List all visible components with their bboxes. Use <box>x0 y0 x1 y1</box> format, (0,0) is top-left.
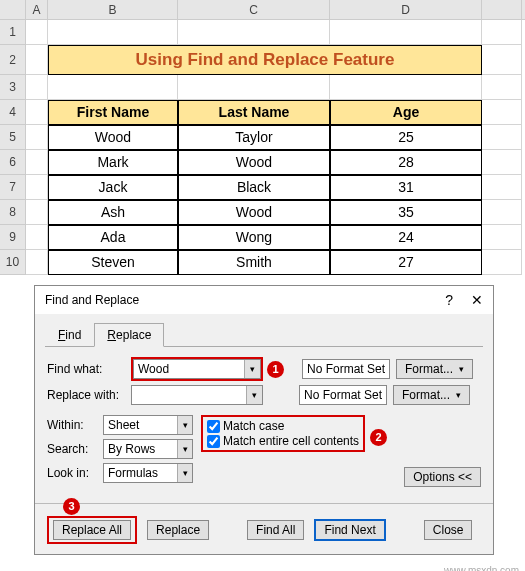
help-icon[interactable]: ? <box>445 292 453 308</box>
dialog-title: Find and Replace <box>45 293 139 307</box>
find-next-button[interactable]: Find Next <box>314 519 385 541</box>
row-7: 7 Jack Black 31 <box>0 175 525 200</box>
row-10: 10 Steven Smith 27 <box>0 250 525 275</box>
row-header[interactable]: 8 <box>0 200 26 225</box>
column-header-row: A B C D <box>0 0 525 20</box>
dropdown-icon[interactable]: ▾ <box>244 360 260 378</box>
row-header[interactable]: 1 <box>0 20 26 45</box>
match-case-checkbox[interactable]: Match case <box>207 419 359 433</box>
cell-first[interactable]: Ash <box>48 200 178 225</box>
row-4: 4 First Name Last Name Age <box>0 100 525 125</box>
within-select[interactable] <box>104 416 177 434</box>
select-all-corner[interactable] <box>0 0 26 19</box>
row-header[interactable]: 5 <box>0 125 26 150</box>
cell-last[interactable]: Wong <box>178 225 330 250</box>
chevron-down-icon: ▾ <box>456 390 461 400</box>
chevron-down-icon: ▾ <box>459 364 464 374</box>
find-all-button[interactable]: Find All <box>247 520 304 540</box>
cell-age[interactable]: 31 <box>330 175 482 200</box>
cell-first[interactable]: Jack <box>48 175 178 200</box>
cell-last[interactable]: Wood <box>178 150 330 175</box>
cell-age[interactable]: 25 <box>330 125 482 150</box>
title-cell[interactable]: Using Find and Replace Feature <box>48 45 482 75</box>
col-header-D[interactable]: D <box>330 0 482 19</box>
close-button[interactable]: Close <box>424 520 473 540</box>
replace-with-input[interactable] <box>132 386 246 404</box>
no-format-find: No Format Set <box>302 359 390 379</box>
format-button-find[interactable]: Format...▾ <box>396 359 473 379</box>
row-3: 3 <box>0 75 525 100</box>
tab-find[interactable]: FFindind <box>45 323 94 347</box>
row-5: 5 Wood Taylor 25 <box>0 125 525 150</box>
cell-first[interactable]: Mark <box>48 150 178 175</box>
cell-age[interactable]: 28 <box>330 150 482 175</box>
row-2: 2 Using Find and Replace Feature <box>0 45 525 75</box>
col-header-B[interactable]: B <box>48 0 178 19</box>
cell-last[interactable]: Black <box>178 175 330 200</box>
cell-first[interactable]: Ada <box>48 225 178 250</box>
callout-3: 3 <box>63 498 80 515</box>
row-header[interactable]: 6 <box>0 150 26 175</box>
row-header[interactable]: 7 <box>0 175 26 200</box>
row-header[interactable]: 9 <box>0 225 26 250</box>
header-age[interactable]: Age <box>330 100 482 125</box>
replace-all-button[interactable]: Replace All <box>53 520 131 540</box>
dropdown-icon[interactable]: ▾ <box>177 464 192 482</box>
close-icon[interactable]: ✕ <box>471 292 483 308</box>
find-what-label: Find what: <box>47 362 125 376</box>
col-header-A[interactable]: A <box>26 0 48 19</box>
tab-replace[interactable]: ReplaceReplace <box>94 323 164 347</box>
dropdown-icon[interactable]: ▾ <box>246 386 262 404</box>
lookin-label: Look in: <box>47 466 97 480</box>
row-9: 9 Ada Wong 24 <box>0 225 525 250</box>
match-entire-checkbox[interactable]: Match entire cell contents <box>207 434 359 448</box>
lookin-select[interactable] <box>104 464 177 482</box>
search-label: Search: <box>47 442 97 456</box>
callout-2: 2 <box>370 429 387 446</box>
row-1: 1 <box>0 20 525 45</box>
find-replace-dialog: Find and Replace ? ✕ FFindind ReplaceRep… <box>34 285 494 555</box>
row-header[interactable]: 10 <box>0 250 26 275</box>
row-header[interactable]: 4 <box>0 100 26 125</box>
row-8: 8 Ash Wood 35 <box>0 200 525 225</box>
cell-age[interactable]: 35 <box>330 200 482 225</box>
row-6: 6 Mark Wood 28 <box>0 150 525 175</box>
no-format-replace: No Format Set <box>299 385 387 405</box>
replace-with-label: Replace with: <box>47 388 125 402</box>
search-select[interactable] <box>104 440 177 458</box>
cell-age[interactable]: 27 <box>330 250 482 275</box>
header-last[interactable]: Last Name <box>178 100 330 125</box>
watermark: www.msxdn.com <box>444 565 519 571</box>
cell-last[interactable]: Wood <box>178 200 330 225</box>
dropdown-icon[interactable]: ▾ <box>177 416 192 434</box>
callout-1: 1 <box>267 361 284 378</box>
cell-age[interactable]: 24 <box>330 225 482 250</box>
cell-first[interactable]: Wood <box>48 125 178 150</box>
cell-last[interactable]: Taylor <box>178 125 330 150</box>
cell-last[interactable]: Smith <box>178 250 330 275</box>
header-first[interactable]: First Name <box>48 100 178 125</box>
row-header[interactable]: 2 <box>0 45 26 75</box>
replace-button[interactable]: Replace <box>147 520 209 540</box>
col-header-E[interactable] <box>482 0 522 19</box>
row-header[interactable]: 3 <box>0 75 26 100</box>
format-button-replace[interactable]: Format...▾ <box>393 385 470 405</box>
options-button[interactable]: Options << <box>404 467 481 487</box>
within-label: Within: <box>47 418 97 432</box>
dropdown-icon[interactable]: ▾ <box>177 440 192 458</box>
cell-first[interactable]: Steven <box>48 250 178 275</box>
find-what-input[interactable] <box>134 360 244 378</box>
col-header-C[interactable]: C <box>178 0 330 19</box>
